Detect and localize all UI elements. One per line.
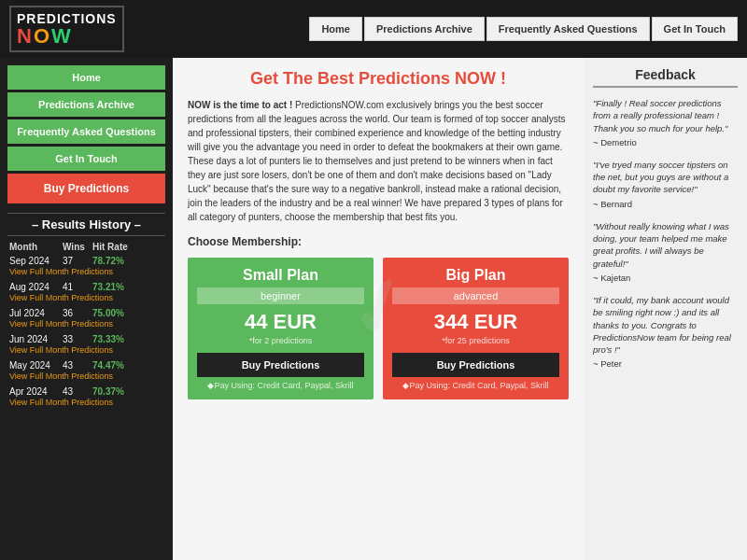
logo[interactable]: PREDICTIONS NOW	[9, 6, 124, 52]
intro-text: NOW is the time to act ! PredictionsNOW.…	[188, 98, 569, 224]
col-hitrate: Hit Rate	[92, 242, 144, 252]
sidebar-buy-button[interactable]: Buy Predictions	[7, 174, 165, 203]
col-wins: Wins	[63, 242, 91, 252]
rh-view-link[interactable]: View Full Month Predictions	[7, 319, 165, 329]
logo-now-text: NOW	[17, 26, 117, 47]
rh-wins: 37	[63, 256, 91, 266]
intro-body: PredictionsNOW.com exclusively brings yo…	[188, 100, 566, 222]
results-history-header: Month Wins Hit Rate	[7, 242, 165, 252]
rh-month: Jul 2024	[9, 308, 61, 318]
big-plan-buy-button[interactable]: Buy Predictions	[392, 353, 559, 377]
small-plan-buy-button[interactable]: Buy Predictions	[197, 353, 364, 377]
rh-hitrate: 74.47%	[92, 360, 144, 371]
results-history-row: Jun 2024 33 73.33% View Full Month Predi…	[7, 334, 165, 355]
nav-home[interactable]: Home	[309, 17, 362, 41]
rh-data-row: Jul 2024 36 75.00%	[7, 308, 165, 318]
sidebar-archive-button[interactable]: Predictions Archive	[7, 92, 165, 117]
results-history-row: Sep 2024 37 78.72% View Full Month Predi…	[7, 256, 165, 276]
small-plan-pay: ◆Pay Using: Credit Card, Paypal, Skrill	[197, 381, 364, 390]
rh-month: May 2024	[9, 360, 61, 371]
nav-get-in-touch[interactable]: Get In Touch	[652, 17, 738, 41]
big-plan-pay: ◆Pay Using: Credit Card, Paypal, Skrill	[392, 381, 559, 390]
rh-month: Aug 2024	[9, 282, 61, 292]
left-sidebar: Home Predictions Archive Frequently Aske…	[0, 58, 173, 560]
feedback-text: "I've tryed many soccer tipsters on the …	[593, 159, 738, 196]
rh-view-link[interactable]: View Full Month Predictions	[7, 371, 165, 381]
small-plan-subtitle: beginner	[197, 287, 364, 304]
feedback-author: ~ Kajetan	[593, 273, 738, 283]
big-plan-card: Big Plan advanced 344 EUR *for 25 predic…	[383, 258, 569, 399]
small-plan-title: Small Plan	[197, 267, 364, 284]
header: PREDICTIONS NOW Home Predictions Archive…	[0, 0, 747, 58]
sidebar-touch-button[interactable]: Get In Touch	[7, 147, 165, 171]
page-wrapper: PREDICTIONS NOW Home Predictions Archive…	[0, 0, 747, 560]
feedback-items: "Finally ! Real soccer predictions from …	[593, 97, 738, 369]
feedback-author: ~ Peter	[593, 358, 738, 369]
main-headline: Get The Best Predictions NOW !	[188, 69, 569, 89]
col-month: Month	[9, 242, 61, 252]
center-content: ✓ Get The Best Predictions NOW ! NOW is …	[173, 58, 584, 560]
logo-n: N	[17, 24, 34, 48]
small-plan-price: 44 EUR	[197, 310, 364, 334]
rh-wins: 43	[63, 360, 91, 371]
rh-view-link[interactable]: View Full Month Predictions	[7, 398, 165, 407]
rh-wins: 41	[63, 282, 91, 292]
rh-wins: 43	[63, 386, 91, 397]
feedback-item: "If it could, my bank account would be s…	[593, 294, 738, 369]
feedback-item: "Finally ! Real soccer predictions from …	[593, 97, 738, 147]
rh-month: Jun 2024	[9, 334, 61, 344]
rh-data-row: Jun 2024 33 73.33%	[7, 334, 165, 344]
rh-wins: 36	[63, 308, 91, 318]
big-plan-subtitle: advanced	[392, 287, 559, 304]
rh-view-link[interactable]: View Full Month Predictions	[7, 267, 165, 276]
feedback-text: "If it could, my bank account would be s…	[593, 294, 738, 356]
feedback-title: Feedback	[593, 67, 738, 88]
logo-w: W	[51, 24, 73, 48]
logo-o: O	[34, 24, 51, 48]
results-history-row: May 2024 43 74.47% View Full Month Predi…	[7, 360, 165, 381]
feedback-item: "I've tryed many soccer tipsters on the …	[593, 159, 738, 209]
results-history-title: – Results History –	[7, 213, 165, 236]
results-history-rows: Sep 2024 37 78.72% View Full Month Predi…	[7, 256, 165, 407]
rh-data-row: May 2024 43 74.47%	[7, 360, 165, 371]
nav-faq[interactable]: Frequently Asked Questions	[486, 17, 650, 41]
results-history: – Results History – Month Wins Hit Rate …	[7, 213, 165, 407]
feedback-sidebar: Feedback "Finally ! Real soccer predicti…	[584, 58, 747, 560]
small-plan-note: *for 2 predictions	[197, 336, 364, 345]
feedback-author: ~ Bernard	[593, 199, 738, 209]
rh-data-row: Sep 2024 37 78.72%	[7, 256, 165, 266]
sidebar-faq-button[interactable]: Frequently Asked Questions	[7, 119, 165, 144]
main-layout: Home Predictions Archive Frequently Aske…	[0, 58, 747, 560]
results-history-row: Jul 2024 36 75.00% View Full Month Predi…	[7, 308, 165, 329]
small-plan-card: Small Plan beginner 44 EUR *for 2 predic…	[188, 258, 374, 399]
sidebar-home-button[interactable]: Home	[7, 65, 165, 90]
rh-hitrate: 70.37%	[92, 386, 144, 397]
results-history-row: Aug 2024 41 73.21% View Full Month Predi…	[7, 282, 165, 302]
plans-container: Small Plan beginner 44 EUR *for 2 predic…	[188, 258, 569, 399]
feedback-author: ~ Demetrio	[593, 137, 738, 147]
big-plan-price: 344 EUR	[392, 310, 559, 334]
intro-strong: NOW is the time to act !	[188, 100, 292, 110]
rh-wins: 33	[63, 334, 91, 344]
nav-predictions-archive[interactable]: Predictions Archive	[364, 17, 485, 41]
rh-month: Sep 2024	[9, 256, 61, 266]
feedback-item: "Without really knowing what I was doing…	[593, 220, 738, 283]
rh-hitrate: 73.21%	[92, 282, 144, 292]
rh-view-link[interactable]: View Full Month Predictions	[7, 345, 165, 355]
rh-hitrate: 78.72%	[92, 256, 144, 266]
rh-view-link[interactable]: View Full Month Predictions	[7, 293, 165, 302]
choose-membership-label: Choose Membership:	[188, 235, 569, 248]
feedback-text: "Finally ! Real soccer predictions from …	[593, 97, 738, 134]
rh-data-row: Aug 2024 41 73.21%	[7, 282, 165, 292]
rh-month: Apr 2024	[9, 386, 61, 397]
rh-hitrate: 75.00%	[92, 308, 144, 318]
top-nav: Home Predictions Archive Frequently Aske…	[309, 17, 738, 41]
results-history-row: Apr 2024 43 70.37% View Full Month Predi…	[7, 386, 165, 407]
rh-data-row: Apr 2024 43 70.37%	[7, 386, 165, 397]
big-plan-title: Big Plan	[392, 267, 559, 284]
big-plan-note: *for 25 predictions	[392, 336, 559, 345]
feedback-text: "Without really knowing what I was doing…	[593, 220, 738, 270]
rh-hitrate: 73.33%	[92, 334, 144, 344]
